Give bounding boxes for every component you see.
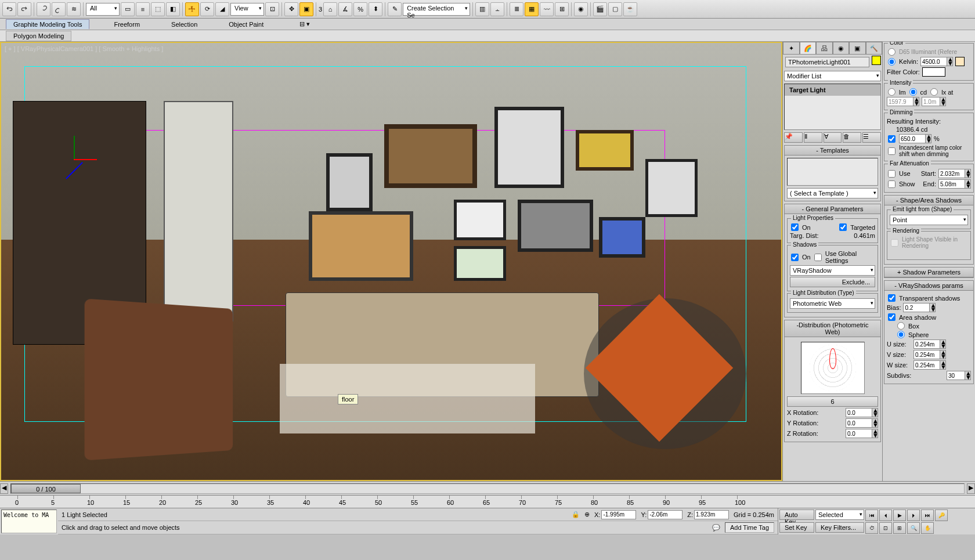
filter-color-swatch[interactable]: [922, 67, 945, 77]
area-shadow-checkbox[interactable]: [888, 313, 895, 321]
mirror-button[interactable]: ▥: [475, 2, 489, 16]
y-rotation-spinner[interactable]: ▲▼: [846, 418, 878, 428]
wsize-spinner[interactable]: ▲▼: [913, 360, 946, 370]
intensity-spinner[interactable]: ▲▼: [887, 97, 919, 106]
percent-snap-button[interactable]: %: [353, 2, 367, 16]
kelvin-spinner[interactable]: ▲▼: [920, 57, 953, 66]
transparent-shadows-checkbox[interactable]: [888, 294, 895, 302]
goto-end-button[interactable]: ⏭: [921, 510, 934, 521]
transform-gizmo[interactable]: [50, 136, 97, 182]
exclude-button[interactable]: Exclude...: [790, 277, 875, 287]
stack-item-target-light[interactable]: Target Light: [785, 84, 880, 96]
pin-stack-button[interactable]: 📌: [784, 132, 803, 143]
dimming-checkbox[interactable]: [888, 135, 895, 143]
polygon-modeling-panel[interactable]: Polygon Modeling: [6, 31, 71, 41]
select-rotate-button[interactable]: ⟳: [200, 2, 214, 16]
selection-filter-dropdown[interactable]: All: [86, 3, 120, 16]
set-key-button[interactable]: Set Key: [779, 522, 814, 533]
key-mode-toggle[interactable]: 🔑: [935, 510, 948, 521]
viewport-label[interactable]: [ + ] [ VRayPhysicalCamera001 ] [ Smooth…: [5, 45, 163, 52]
select-by-name-button[interactable]: ≡: [136, 2, 150, 16]
align-button[interactable]: ⫠: [490, 2, 504, 16]
show-end-result-button[interactable]: Ⅱ: [804, 132, 822, 143]
motion-tab-icon[interactable]: ◉: [833, 42, 850, 55]
select-rect-button[interactable]: ⬚: [151, 2, 165, 16]
time-tag-button[interactable]: Add Time Tag: [725, 522, 774, 533]
undo-button[interactable]: [2, 2, 16, 16]
cd-radio[interactable]: [909, 88, 917, 96]
shadows-on-checkbox[interactable]: [791, 254, 799, 261]
nav-3[interactable]: 🔍: [907, 522, 920, 534]
vrayshadows-header[interactable]: - VRayShadows params: [884, 281, 973, 291]
intensity-dist-spinner[interactable]: ▲▼: [922, 97, 946, 106]
layer-manager-button[interactable]: ≣: [510, 2, 523, 16]
render-production-button[interactable]: ☕: [623, 2, 637, 16]
ies-file-button[interactable]: 6: [787, 396, 878, 407]
render-setup-button[interactable]: 🎬: [593, 2, 607, 16]
y-coord-input[interactable]: [648, 510, 682, 519]
modifier-list-dropdown[interactable]: Modifier List: [784, 71, 881, 81]
time-slider-thumb[interactable]: 0 / 100: [11, 484, 81, 493]
distribution-header[interactable]: -Distribution (Photometric Web): [785, 320, 880, 337]
atten-start-spinner[interactable]: ▲▼: [938, 169, 971, 178]
hierarchy-tab-icon[interactable]: 品: [816, 42, 833, 55]
lxat-radio[interactable]: [930, 88, 938, 96]
use-global-checkbox[interactable]: [814, 254, 822, 261]
general-params-header[interactable]: - General Parameters: [785, 204, 880, 214]
shape-area-header[interactable]: - Shape/Area Shadows: [884, 196, 973, 205]
lm-radio[interactable]: [888, 88, 895, 96]
snap-toggle-button[interactable]: ⌂: [323, 2, 337, 16]
material-editor-button[interactable]: ◉: [574, 2, 588, 16]
timeline-scroll-right[interactable]: ▶: [967, 483, 975, 494]
use-atten-checkbox[interactable]: [888, 170, 895, 178]
link-button[interactable]: [37, 2, 50, 16]
auto-key-button[interactable]: Auto Key: [779, 510, 814, 520]
select-scale-button[interactable]: ◢: [215, 2, 229, 16]
usize-spinner[interactable]: ▲▼: [913, 339, 946, 349]
light-dist-dropdown[interactable]: Photometric Web: [790, 298, 875, 309]
shape-dropdown[interactable]: Point: [890, 215, 968, 225]
window-crossing-button[interactable]: ◧: [166, 2, 180, 16]
subdivs-spinner[interactable]: ▲▼: [947, 371, 971, 380]
time-ruler[interactable]: 0510152025303540455055606570758085909510…: [0, 495, 975, 508]
redo-button[interactable]: [17, 2, 31, 16]
kelvin-color-swatch[interactable]: [955, 57, 965, 66]
rendered-frame-button[interactable]: ▢: [608, 2, 622, 16]
object-name-field[interactable]: TPhotometricLight001: [785, 57, 869, 67]
use-pivot-center-button[interactable]: ⊡: [265, 2, 279, 16]
ies-preview[interactable]: [801, 342, 865, 394]
timeline-scroll-left[interactable]: ◀: [0, 483, 8, 494]
create-tab-icon[interactable]: ✦: [783, 42, 800, 55]
z-coord-input[interactable]: [694, 510, 729, 519]
templates-header[interactable]: - Templates: [785, 146, 880, 156]
ref-coord-dropdown[interactable]: View: [230, 3, 264, 16]
edit-named-sel-button[interactable]: ✎: [388, 2, 402, 16]
modifier-stack[interactable]: Target Light: [784, 84, 881, 130]
tab-selection[interactable]: Selection: [164, 20, 204, 29]
modify-tab-icon[interactable]: 🌈: [800, 42, 817, 55]
select-move-button[interactable]: [185, 2, 199, 16]
utilities-tab-icon[interactable]: 🔨: [866, 42, 883, 55]
bias-spinner[interactable]: ▲▼: [903, 303, 936, 312]
schematic-view-button[interactable]: ⊞: [555, 2, 569, 16]
named-selection-dropdown[interactable]: Create Selection Se: [403, 3, 470, 16]
light-on-checkbox[interactable]: [791, 223, 799, 231]
show-atten-checkbox[interactable]: [888, 180, 895, 188]
nav-1[interactable]: ⊡: [879, 522, 892, 534]
key-filters-button[interactable]: Key Filters...: [815, 522, 864, 533]
tab-graphite[interactable]: Graphite Modeling Tools: [6, 19, 89, 29]
select-object-button[interactable]: ▭: [121, 2, 135, 16]
shadow-params-header[interactable]: + Shadow Parameters: [884, 268, 973, 277]
x-rotation-spinner[interactable]: ▲▼: [846, 408, 878, 417]
tab-object-paint[interactable]: Object Paint: [222, 20, 270, 29]
keyboard-shortcut-button[interactable]: ▣: [299, 2, 313, 16]
dimming-pct-spinner[interactable]: ▲▼: [899, 134, 931, 143]
template-select-dropdown[interactable]: ( Select a Template ): [787, 188, 878, 198]
bind-spacewarp-button[interactable]: ≋: [67, 2, 81, 16]
incandescent-checkbox[interactable]: [888, 147, 895, 155]
unlink-button[interactable]: [52, 2, 66, 16]
spinner-snap-button[interactable]: ⬍: [369, 2, 382, 16]
nav-2[interactable]: ⊞: [893, 522, 906, 534]
configure-sets-button[interactable]: ☰: [862, 132, 881, 143]
time-config-button[interactable]: ⏱: [865, 522, 878, 534]
